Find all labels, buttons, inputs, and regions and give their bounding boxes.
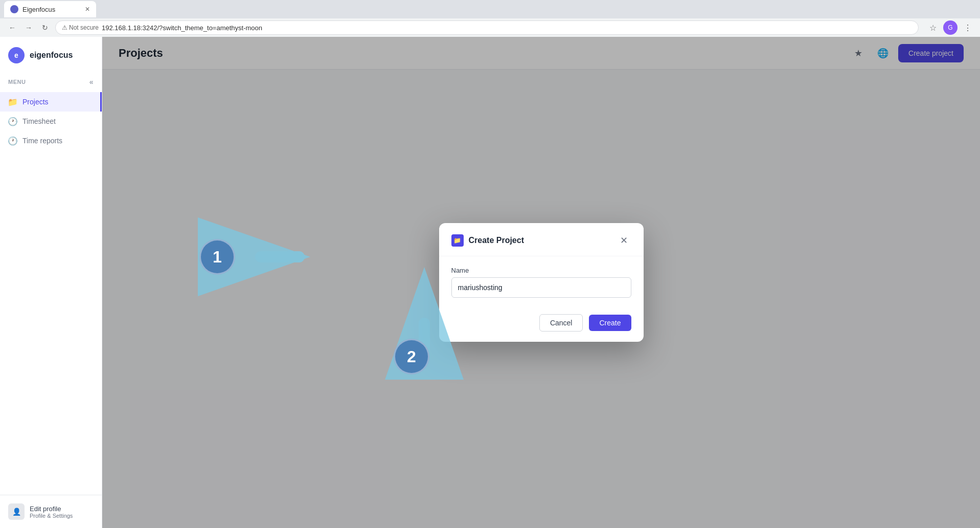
timesheet-icon: 🕐 — [8, 117, 17, 126]
reload-button[interactable]: ↻ — [39, 21, 51, 34]
sidebar-item-timesheet-label: Timesheet — [22, 117, 56, 125]
profile-settings-label: Profile & Settings — [30, 513, 73, 519]
modal-header: 📁 Create Project ✕ — [439, 223, 644, 256]
project-name-input[interactable] — [451, 277, 631, 298]
security-indicator: ⚠ Not secure — [62, 24, 99, 31]
menu-label: MENU — [8, 79, 26, 85]
collapse-icon[interactable]: « — [89, 78, 94, 86]
modal-footer: Cancel Create — [439, 308, 644, 342]
create-project-modal: 📁 Create Project ✕ Name Cancel Create — [439, 223, 644, 342]
name-label: Name — [451, 267, 631, 274]
warning-icon: ⚠ — [62, 24, 67, 31]
edit-profile-link[interactable]: 👤 Edit profile Profile & Settings — [8, 503, 94, 520]
logo-text: eigenfocus — [30, 51, 73, 60]
tab-favicon — [10, 5, 18, 13]
modal-close-button[interactable]: ✕ — [617, 233, 631, 248]
forward-button[interactable]: → — [22, 21, 35, 34]
modal-folder-icon: 📁 — [451, 234, 464, 247]
tab-title: Eigenfocus — [22, 6, 81, 13]
edit-profile-icon: 👤 — [8, 503, 25, 520]
browser-menu-button[interactable]: ⋮ — [962, 21, 974, 34]
browser-tab[interactable]: Eigenfocus ✕ — [4, 1, 96, 17]
modal-overlay[interactable]: 📁 Create Project ✕ Name Cancel Create — [102, 37, 980, 528]
sidebar-item-time-reports[interactable]: 🕐 Time reports — [0, 131, 102, 150]
browser-chrome: Eigenfocus ✕ ← → ↻ ⚠ Not secure 192.168.… — [0, 0, 980, 37]
bookmark-button[interactable]: ☆ — [927, 21, 939, 34]
app-container: e eigenfocus MENU « 📁 Projects 🕐 Timeshe… — [0, 37, 980, 528]
sidebar-nav: 📁 Projects 🕐 Timesheet 🕐 Time reports — [0, 90, 102, 495]
sidebar-item-projects-label: Projects — [22, 98, 49, 106]
sidebar-logo: e eigenfocus — [0, 37, 102, 74]
modal-title: Create Project — [469, 236, 525, 245]
logo-icon: e — [8, 47, 25, 63]
sidebar-item-timesheet[interactable]: 🕐 Timesheet — [0, 112, 102, 131]
browser-profile-avatar[interactable]: G — [943, 20, 958, 35]
main-content: Projects ★ 🌐 Create project You haven't … — [102, 37, 980, 528]
edit-profile-label: Edit profile — [30, 505, 73, 513]
time-reports-icon: 🕐 — [8, 136, 17, 145]
cancel-button[interactable]: Cancel — [539, 314, 583, 332]
create-button[interactable]: Create — [589, 315, 631, 331]
modal-title-area: 📁 Create Project — [451, 234, 525, 247]
projects-icon: 📁 — [8, 97, 17, 106]
url-text: 192.168.1.18:3242/?switch_theme_to=ameth… — [102, 24, 262, 32]
sidebar: e eigenfocus MENU « 📁 Projects 🕐 Timeshe… — [0, 37, 102, 528]
address-bar[interactable]: ⚠ Not secure 192.168.1.18:3242/?switch_t… — [55, 20, 919, 35]
sidebar-footer: 👤 Edit profile Profile & Settings — [0, 495, 102, 528]
sidebar-item-projects[interactable]: 📁 Projects — [0, 92, 102, 112]
sidebar-item-time-reports-label: Time reports — [22, 137, 62, 145]
tab-close-icon[interactable]: ✕ — [85, 6, 90, 13]
back-button[interactable]: ← — [6, 21, 18, 34]
modal-body: Name — [439, 256, 644, 308]
